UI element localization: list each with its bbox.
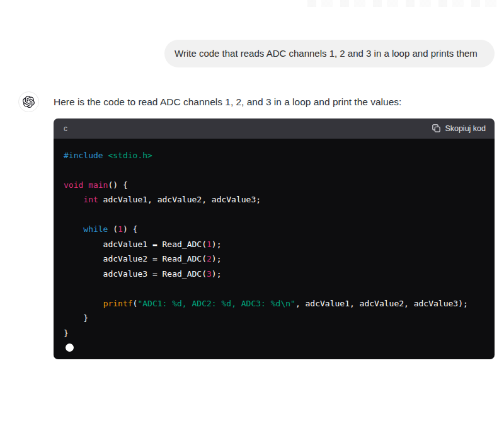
code-line: [64, 281, 484, 296]
code-block: c Skopiuj kod #include <stdio.h> void ma…: [54, 118, 495, 360]
copy-icon: [432, 124, 441, 133]
copy-code-button[interactable]: Skopiuj kod: [432, 124, 486, 133]
code-line: while (1) {: [64, 222, 484, 237]
code-content: #include <stdio.h> void main() { int adc…: [64, 148, 484, 341]
assistant-message-row: Here is the code to read ADC channels 1,…: [0, 91, 504, 360]
openai-logo-icon: [23, 96, 35, 108]
code-block-header: c Skopiuj kod: [54, 118, 495, 139]
code-line: #include <stdio.h>: [64, 148, 484, 163]
streaming-cursor: [66, 344, 74, 352]
avatar: [18, 91, 39, 112]
code-line: int adcValue1, adcValue2, adcValue3;: [64, 192, 484, 207]
code-line: adcValue2 = Read_ADC(2);: [64, 251, 484, 267]
user-message-row: Write code that reads ADC channels 1, 2 …: [0, 0, 504, 67]
cropped-text-artifact: [307, 0, 504, 7]
code-line: adcValue1 = Read_ADC(1);: [64, 237, 484, 252]
code-line: [64, 207, 484, 222]
assistant-intro-text: Here is the code to read ADC channels 1,…: [54, 95, 495, 110]
code-line: [64, 163, 484, 178]
code-line: printf("ADC1: %d, ADC2: %d, ADC3: %d\n",…: [64, 296, 484, 311]
user-message-bubble: Write code that reads ADC channels 1, 2 …: [164, 40, 495, 67]
code-line: adcValue3 = Read_ADC(3);: [64, 267, 484, 282]
assistant-message-content: Here is the code to read ADC channels 1,…: [54, 91, 495, 360]
code-language-label: c: [64, 124, 67, 133]
code-line: }: [64, 326, 484, 341]
code-line: }: [64, 311, 484, 326]
copy-button-label: Skopiuj kod: [445, 124, 486, 133]
code-block-body: #include <stdio.h> void main() { int adc…: [54, 139, 495, 360]
code-line: void main() {: [64, 178, 484, 193]
